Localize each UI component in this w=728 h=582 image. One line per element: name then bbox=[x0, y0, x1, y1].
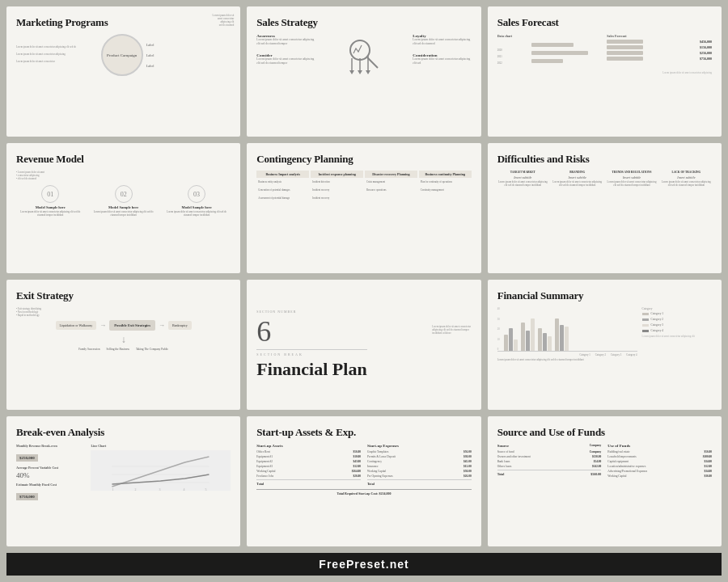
slide-revenue-model: Revenue Model • Lorem ipsum dolor sit am… bbox=[6, 143, 240, 273]
cont-row-3: Assessment of potential damage Incident … bbox=[256, 196, 471, 202]
section-number: 6 bbox=[256, 317, 366, 346]
sales-right-col: Loyalty Lorem ipsum dolor sit amet conse… bbox=[413, 34, 471, 74]
section-right: Lorem ipsum dolor sit amet consectetur a… bbox=[425, 310, 471, 335]
exp-row-1: Graphic Templates$56.00 bbox=[367, 450, 472, 453]
risk-col-3: TRENDS AND REGULATIONS Insert subtitle L… bbox=[606, 171, 657, 188]
fs-chart-area: 40 30 20 10 0 bbox=[497, 307, 637, 362]
use-row-6: Working Capital$36.00 bbox=[607, 474, 712, 478]
cont-header: Business Impact analysis Incident respon… bbox=[256, 171, 471, 178]
section-content: SECTION NUMBER 6 SECTION BREAK Financial… bbox=[256, 310, 471, 379]
breakeven-content: Monthly Revenue Break-even $250,000 Aver… bbox=[16, 444, 231, 504]
be-row-3: Estimate Monthly Fixed Cost $750,000 bbox=[16, 483, 86, 501]
fs-right-note: Lorem ipsum dolor sit amet consectetur a… bbox=[642, 335, 712, 339]
exp-total: Total bbox=[367, 479, 472, 486]
funds-use-col: Use of Funds Building/real estate$56.00 … bbox=[607, 444, 712, 479]
forecast-table-title: Sales Forecast bbox=[607, 34, 712, 38]
slide-title-exit: Exit Strategy bbox=[16, 289, 231, 302]
breakeven-left: Monthly Revenue Break-even $250,000 Aver… bbox=[16, 444, 86, 504]
sales-strategy-content: Awareness Lorem ipsum dolor sit amet con… bbox=[256, 34, 471, 74]
slide-sales-forecast: Sales Forecast Data chart 2020 2021 2022 bbox=[488, 6, 722, 137]
slide-contingency: Contingency Planning Business Impact ana… bbox=[247, 143, 480, 273]
exit-bottom-1: Family Succession bbox=[78, 348, 99, 351]
asset-row-2: Equipment #1$10.00 bbox=[256, 455, 361, 458]
chart-label: Data chart bbox=[497, 34, 603, 38]
bar-group-4 bbox=[555, 318, 569, 351]
cont-h2: Incident response planning bbox=[311, 171, 363, 178]
exit-top-row: Liquidation or Walkaway → Possible Exit … bbox=[56, 320, 192, 331]
svg-text:1: 1 bbox=[112, 487, 114, 491]
exit-down-arrow: ↓ bbox=[121, 334, 126, 346]
watermark-text: FreePreset.net bbox=[319, 558, 408, 571]
cont-row-2: Generation of potential damages Incident… bbox=[256, 188, 471, 194]
legend-2: Category 2 bbox=[642, 318, 712, 321]
svg-marker-3 bbox=[349, 70, 354, 74]
legend-4: Category 4 bbox=[642, 329, 712, 332]
marketing-left-1: Lorem ipsum dolor sit amet consectetur a… bbox=[16, 46, 101, 49]
exit-right: Bankruptcy bbox=[168, 321, 192, 330]
section-desc: Lorem ipsum dolor sit amet consectetur a… bbox=[432, 326, 471, 335]
use-row-4: Location/administrative expenses$12.00 bbox=[607, 465, 712, 468]
forecast-row-3: $256,000 bbox=[607, 51, 712, 55]
svg-text:3: 3 bbox=[159, 487, 161, 491]
svg-marker-5 bbox=[358, 70, 362, 74]
asset-row-6: Freelance Jobs$26.00 bbox=[256, 474, 361, 478]
bar-group-1 bbox=[504, 328, 518, 351]
slide-title-sales-strategy: Sales Strategy bbox=[256, 16, 471, 29]
asset-row-1: Office Rent$56.00 bbox=[256, 450, 361, 453]
slide-title-source-funds: Source and Use of Funds bbox=[497, 426, 712, 439]
be-row-2: Average Percent Variable Cost 40% bbox=[16, 466, 86, 479]
fs-legend-title: Category bbox=[642, 307, 712, 310]
section-main: SECTION NUMBER 6 SECTION BREAK Financial… bbox=[256, 310, 366, 379]
marketing-right-1: Label bbox=[146, 43, 231, 47]
svg-text:4: 4 bbox=[184, 487, 185, 491]
risk-col-1: TARGET MARKET Insert subtitle Lorem ipsu… bbox=[497, 171, 548, 188]
marketing-right-2: Label bbox=[146, 53, 231, 57]
slide-right-notes: Lorem ipsum dolor sit amet consectetur a… bbox=[213, 15, 235, 27]
revenue-step-3: 03 Model Sample here Lorem ipsum dolor s… bbox=[163, 185, 231, 217]
svg-point-0 bbox=[350, 40, 370, 60]
be-chart: 1 2 3 4 5 bbox=[91, 450, 231, 491]
slide-financial-plan: SECTION NUMBER 6 SECTION BREAK Financial… bbox=[247, 280, 480, 410]
exp-row-2: Permits & Lease Deposit$30.00 bbox=[367, 455, 472, 458]
asset-row-5: Working Capital$264.00 bbox=[256, 470, 361, 473]
asset-row-3: Equipment #2$43.00 bbox=[256, 460, 361, 463]
financial-plan-title: Financial Plan bbox=[256, 360, 366, 379]
exit-diagram: Liquidation or Walkaway → Possible Exit … bbox=[16, 320, 231, 351]
use-row-5: Advertising/Promotional Expenses$34.00 bbox=[607, 470, 712, 473]
forecast-note: Lorem ipsum dolor sit amet consectetur a… bbox=[497, 71, 712, 74]
exit-notes: • Exit strategy identifying• Next in met… bbox=[16, 307, 231, 317]
slide-breakeven: Break-even Analysis Monthly Revenue Brea… bbox=[6, 416, 240, 546]
source-row-2: Owners and other investment$130.00 bbox=[497, 455, 602, 458]
svg-marker-7 bbox=[366, 70, 370, 74]
startup-expenses-col: Start-up Expenses Graphic Templates$56.0… bbox=[367, 444, 472, 486]
revenue-step-1: 01 Model Sample here Lorem ipsum dolor s… bbox=[16, 185, 84, 217]
slide-title-breakeven: Break-even Analysis bbox=[16, 426, 231, 439]
stage-consider: Consider Lorem ipsum dolor sit amet cons… bbox=[256, 53, 315, 65]
funds-content: Source Company Source of fundCompany Own… bbox=[497, 444, 712, 479]
legend-3: Category 3 bbox=[642, 323, 712, 327]
slide-title-risks: Difficulties and Risks bbox=[497, 153, 712, 166]
cont-h1: Business Impact analysis bbox=[256, 171, 309, 178]
bar-group-2 bbox=[521, 318, 535, 351]
exit-arrow-1: → bbox=[99, 322, 106, 329]
fs-legend-area: Category Category 1 Category 2 Category … bbox=[642, 307, 712, 362]
source-total: Total$560.00 bbox=[497, 470, 602, 476]
sales-left-col: Awareness Lorem ipsum dolor sit amet con… bbox=[256, 34, 315, 74]
asset-row-4: Equipment #3$12.00 bbox=[256, 465, 361, 468]
chart-x-labels: Category 1Category 2Category 3Category 4 bbox=[497, 353, 637, 356]
slide-title-financial-summary: Financial Summary bbox=[497, 289, 712, 302]
svg-text:2: 2 bbox=[135, 487, 137, 491]
product-campaign-circle: Product Campaign bbox=[101, 34, 143, 76]
slide-title-startup: Start-up Assets & Exp. bbox=[256, 426, 471, 439]
exit-bottom-2: Selling the Business bbox=[107, 348, 129, 351]
marketing-left-2: Lorem ipsum dolor sit amet consectetur a… bbox=[16, 53, 101, 57]
grand-total: Total Required Start-up Cost: $234,000 bbox=[256, 489, 471, 496]
revenue-step-2: 02 Model Sample here Lorem ipsum dolor s… bbox=[89, 185, 157, 217]
stage-awareness: Awareness Lorem ipsum dolor sit amet con… bbox=[256, 34, 315, 45]
revenue-steps: 01 Model Sample here Lorem ipsum dolor s… bbox=[16, 185, 231, 217]
legend-1: Category 1 bbox=[642, 312, 712, 315]
slide-marketing-programs: Marketing Programs Lorem ipsum dolor sit… bbox=[6, 6, 240, 137]
slide-title-marketing: Marketing Programs bbox=[16, 16, 231, 29]
risk-col-2: BRANDING Insert subtitle Lorem ipsum dol… bbox=[552, 171, 603, 188]
slide-title-contingency: Contingency Planning bbox=[256, 153, 471, 166]
